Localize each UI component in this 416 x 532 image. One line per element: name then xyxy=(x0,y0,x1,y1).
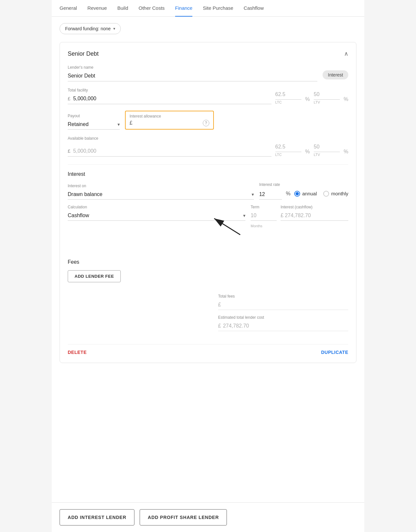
avail-ltv-label: LTV xyxy=(314,153,320,157)
interest-rate-section: Interest rate 12 % annual monthly xyxy=(259,182,348,200)
add-profit-share-lender-button[interactable]: ADD PROFIT SHARE LENDER xyxy=(140,509,227,525)
annual-radio[interactable]: annual xyxy=(294,191,317,197)
senior-debt-title: Senior Debt xyxy=(68,50,99,57)
avail-ltv-value: 50 xyxy=(314,142,340,152)
card-actions: DELETE DUPLICATE xyxy=(68,344,348,355)
available-balance-row: Available balance £ 5,000,000 62.5 LTC % xyxy=(68,136,348,157)
estimated-currency: £ xyxy=(218,323,221,329)
senior-debt-header: Senior Debt ∧ xyxy=(68,50,348,57)
ltc-pct-sign: % xyxy=(305,96,310,104)
tab-revenue[interactable]: Revenue xyxy=(87,0,107,17)
available-balance-label: Available balance xyxy=(68,136,348,141)
tab-finance[interactable]: Finance xyxy=(175,0,192,17)
fees-section: Fees ADD LENDER FEE xyxy=(68,259,348,289)
interest-cashflow-field: Interest (cashflow) £ 274,782.70 xyxy=(281,205,348,221)
total-facility-row: Total facility £ 5,000,000 62.5 LTC % 50… xyxy=(68,88,348,104)
tab-build[interactable]: Build xyxy=(117,0,128,17)
estimated-label: Estimated total lender cost xyxy=(218,315,348,320)
total-facility-value[interactable]: £ 5,000,000 xyxy=(68,94,271,104)
tab-general[interactable]: General xyxy=(60,0,77,17)
payout-dropdown-arrow: ▾ xyxy=(118,122,120,127)
pct-symbol: % xyxy=(286,191,290,199)
interest-on-label: Interest on xyxy=(68,184,254,188)
lender-name-field: Lender's name Senior Debt xyxy=(68,65,317,81)
collapse-icon[interactable]: ∧ xyxy=(344,50,348,57)
ltc-value[interactable]: 62.5 xyxy=(275,90,301,100)
avail-ltc-value: 62.5 xyxy=(275,142,301,152)
interest-section-title: Interest xyxy=(68,171,348,177)
lender-name-value[interactable]: Senior Debt xyxy=(68,71,317,81)
monthly-radio[interactable]: monthly xyxy=(323,191,348,197)
available-balance-inner: £ 5,000,000 62.5 LTC % 50 LTV % xyxy=(68,142,348,157)
total-facility-amount: 5,000,000 xyxy=(73,96,96,101)
tab-other-costs[interactable]: Other Costs xyxy=(139,0,165,17)
add-lender-fee-button[interactable]: ADD LENDER FEE xyxy=(68,270,121,282)
calculation-value: Cashflow xyxy=(68,213,89,218)
available-balance-amount: 5,000,000 xyxy=(73,148,96,154)
interest-rate-label: Interest rate xyxy=(259,182,348,187)
avail-ltc-pct-sign: % xyxy=(305,149,310,157)
total-facility-field: Total facility £ 5,000,000 xyxy=(68,88,271,104)
chevron-down-icon: ▾ xyxy=(113,26,115,31)
available-balance-value: £ 5,000,000 xyxy=(68,146,271,157)
payout-label: Payout xyxy=(68,114,120,118)
monthly-radio-circle xyxy=(323,191,329,197)
avail-ltc-field: 62.5 LTC xyxy=(275,142,301,157)
interest-on-value: Drawn balance xyxy=(68,191,103,197)
tab-cashflow[interactable]: Cashflow xyxy=(244,0,264,17)
total-fees-label: Total fees xyxy=(218,294,348,299)
ltv-label: LTV xyxy=(314,100,320,104)
totals-area: Total fees £ Estimated total lender cost… xyxy=(68,294,348,336)
ltv-field: 50 LTV xyxy=(314,90,340,104)
arrow-svg xyxy=(208,214,273,236)
duplicate-button[interactable]: DUPLICATE xyxy=(321,350,348,355)
ltv-value[interactable]: 50 xyxy=(314,90,340,100)
add-interest-lender-button[interactable]: ADD INTEREST LENDER xyxy=(60,509,134,525)
interest-allowance-label: Interest allowance xyxy=(130,114,209,119)
help-icon[interactable]: ? xyxy=(203,120,209,126)
interest-on-select[interactable]: Drawn balance ▾ xyxy=(68,189,254,200)
total-fees-field: Total fees £ xyxy=(218,294,348,310)
payout-row: Payout Retained ▾ Interest allowance £ ? xyxy=(68,111,348,130)
calculation-label: Calculation xyxy=(68,205,245,209)
estimated-cost-field: Estimated total lender cost £ 274,782.70 xyxy=(218,315,348,331)
term-label: Term xyxy=(251,205,277,209)
interest-rate-value[interactable]: 12 xyxy=(259,189,282,200)
interest-badge[interactable]: Interest xyxy=(323,70,348,79)
ltc-field: 62.5 LTC xyxy=(275,90,301,104)
svg-line-1 xyxy=(214,218,240,235)
senior-debt-card: Senior Debt ∧ Lender's name Senior Debt … xyxy=(60,42,356,363)
interest-on-row: Interest on Drawn balance ▾ Interest rat… xyxy=(68,182,348,200)
forward-funding-label: Forward funding: none xyxy=(65,26,111,31)
interest-allowance-field[interactable]: Interest allowance £ ? xyxy=(125,111,214,130)
avail-ltc-label: LTC xyxy=(275,153,282,157)
avail-ltv-field: 50 LTV xyxy=(314,142,340,157)
currency-symbol: £ xyxy=(68,96,70,101)
interest-allowance-input[interactable] xyxy=(135,120,200,126)
interest-allowance-input-group: £ ? xyxy=(130,120,209,126)
forward-funding-dropdown[interactable]: Forward funding: none ▾ xyxy=(60,23,121,34)
tab-site-purchase[interactable]: Site Purchase xyxy=(203,0,233,17)
interest-on-field: Interest on Drawn balance ▾ xyxy=(68,184,254,200)
avail-ltv-pct-sign: % xyxy=(344,149,348,157)
lender-name-row: Lender's name Senior Debt Interest xyxy=(68,65,348,81)
interest-cashflow-value: £ 274,782.70 xyxy=(281,211,348,221)
totals-fields: Total fees £ Estimated total lender cost… xyxy=(218,294,348,336)
lender-name-label: Lender's name xyxy=(68,65,317,70)
estimated-amount: 274,782.70 xyxy=(223,323,249,329)
annual-label: annual xyxy=(302,191,317,196)
delete-button[interactable]: DELETE xyxy=(68,350,87,355)
estimated-value: £ 274,782.70 xyxy=(218,321,348,331)
payout-value: Retained xyxy=(68,121,89,127)
available-balance-field: £ 5,000,000 xyxy=(68,146,271,157)
total-fees-value: £ xyxy=(218,300,348,310)
payout-select[interactable]: Retained ▾ xyxy=(68,119,120,130)
fees-title: Fees xyxy=(68,259,348,265)
total-fees-currency: £ xyxy=(218,302,221,308)
interest-on-arrow: ▾ xyxy=(252,192,254,197)
interest-allowance-currency: £ xyxy=(130,120,132,126)
divider xyxy=(68,164,348,165)
rate-period-radio-group: annual monthly xyxy=(294,191,348,199)
nav-tabs: General Revenue Build Other Costs Financ… xyxy=(52,0,364,17)
arrow-annotation xyxy=(68,233,348,256)
